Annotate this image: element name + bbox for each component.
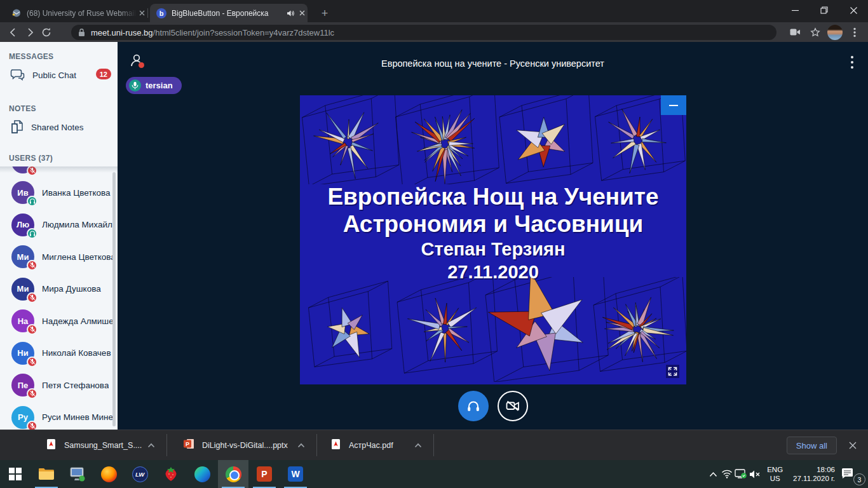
user-list-item[interactable]: РуРуси Минев Минев [0,402,113,430]
firefox-icon[interactable] [93,460,124,488]
show-all-downloads-button[interactable]: Show all [787,437,837,454]
tab-webmail[interactable]: (68) University of Ruse Webmail :: [5,4,147,22]
downloads-close-icon[interactable] [846,439,859,452]
word-icon[interactable]: W [280,460,311,488]
chrome-icon[interactable] [218,460,248,488]
messages-header: MESSAGES [9,52,53,61]
tab-bigbluebutton[interactable]: b BigBlueButton - Европейска [150,4,308,22]
options-menu-icon[interactable] [848,56,857,69]
window-restore-button[interactable] [810,0,839,20]
clock[interactable]: 18:0627.11.2020 г. [788,465,840,483]
powerpoint-icon[interactable]: P [249,460,280,488]
user-list-scrollbar[interactable] [112,172,116,426]
svg-text:P: P [186,441,189,447]
public-chat-label: Public Chat [32,71,76,80]
join-audio-button[interactable] [458,391,489,421]
url-domain: meet.uni-ruse.bg [91,28,153,37]
download-menu-chevron[interactable] [295,439,308,452]
browser-menu-icon[interactable] [846,24,863,41]
listen-only-badge [27,228,37,239]
hidden-icons-chevron[interactable] [706,460,720,488]
download-item[interactable]: PDiLight-vs-DiGital....pptx [183,430,291,460]
slide-line: 27.11.2020 [300,261,686,283]
user-avatar: Ни [11,342,34,365]
tab-close-icon[interactable] [299,10,305,16]
user-name: Надежда Алмише... [42,316,113,326]
download-separator [166,434,167,456]
tab-separator [147,8,148,18]
talker-name: tersian [146,81,173,90]
download-menu-chevron[interactable] [412,439,424,452]
download-item[interactable]: АстрЧас.pdf [330,430,398,460]
new-tab-button[interactable]: + [316,5,333,22]
wifi-icon[interactable] [720,460,734,488]
bbb-stage: Европейска нощ на учените - Русенски уни… [118,42,868,430]
user-list-item[interactable]: МиМиглена Цветкова [0,241,113,273]
strawberry-app-icon[interactable] [156,460,186,488]
user-list-item[interactable]: ЛюЛюдмила Михайл... [0,209,113,241]
user-name: Людмила Михайл... [42,220,113,229]
download-separator [316,434,317,456]
url-path: /html5client/join?sessionToken=y4varz7ds… [153,28,335,37]
tab-title: (68) University of Ruse Webmail :: [27,9,137,18]
download-item[interactable]: Samsung_Smart_S....pdf [46,430,142,460]
volume-muted-icon[interactable] [748,460,762,488]
tab-title: BigBlueButton - Европейска [172,9,284,18]
remote-desktop-icon[interactable] [62,460,93,488]
user-avatar: Ми [11,245,34,268]
forward-icon[interactable] [22,24,38,41]
window-close-button[interactable] [839,0,868,20]
screen-security-icon[interactable] [734,460,748,488]
camera-in-use-icon[interactable] [787,24,803,41]
muted-mic-badge [27,292,37,303]
talker-indicator[interactable]: tersian [126,77,182,94]
user-list-item[interactable]: ИвИванка Цветкова [0,177,113,208]
user-avatar: Ми [11,278,34,301]
download-menu-chevron[interactable] [145,439,158,452]
user-list: ИвИванка ЦветковаЛюЛюдмила Михайл...МиМи… [0,166,118,430]
start-button[interactable] [0,460,31,488]
shared-notes-icon [10,119,25,135]
pdf-file-icon [330,438,341,452]
window-minimize-button[interactable] [780,0,810,20]
tab-close-icon[interactable] [139,10,145,16]
fullscreen-icon[interactable] [666,365,679,378]
url-bar[interactable]: meet.uni-ruse.bg/html5client/join?sessio… [71,25,776,40]
back-icon[interactable] [5,24,22,41]
public-chat-item[interactable]: Public Chat 12 [0,65,118,85]
user-avatar: На [11,309,34,332]
shared-notes-item[interactable]: Shared Notes [0,117,118,137]
meeting-title: Европейска нощ на учените - Русенски уни… [118,58,868,69]
edge-icon[interactable] [187,460,217,488]
muted-mic-badge [27,421,37,430]
slide-line: Степан Терзиян [300,238,686,261]
notification-center-icon[interactable]: 3 [840,460,868,488]
file-explorer-icon[interactable] [31,460,62,488]
share-webcam-button[interactable] [498,391,528,421]
reload-icon[interactable] [38,24,55,41]
download-filename: DiLight-vs-DiGital....pptx [202,441,291,450]
user-name: Николай Ковачев [42,348,111,358]
browser-profile-avatar[interactable] [827,25,843,40]
bookmark-star-icon[interactable] [807,24,824,41]
user-list-item[interactable]: НиНиколай Ковачев [0,337,113,369]
user-list-item[interactable]: НаНадежда Алмише... [0,305,113,337]
user-list-item[interactable]: ПеПетя Стефанова [0,369,113,401]
slide-stars-top [300,95,686,187]
users-header: USERS (37) [9,154,53,163]
user-list-item[interactable]: МиМира Душкова [0,273,113,305]
browser-titlebar: (68) University of Ruse Webmail :: b Big… [0,0,868,22]
slide-stars-bottom [300,277,686,384]
lw-app-icon[interactable]: LW [125,460,155,488]
user-avatar: Лю [11,214,34,236]
tab-audio-icon[interactable] [287,10,294,17]
slide-line: Астрономия и Часовници [300,210,686,238]
user-name: Руси Минев Минев [42,412,113,422]
screen: (68) University of Ruse Webmail :: b Big… [0,0,868,488]
bbb-sidebar: MESSAGES Public Chat 12 NOTES Shared Not… [0,42,118,430]
language-indicator[interactable]: ENGUS [762,465,788,483]
muted-mic-badge [27,260,37,271]
minimize-presentation-button[interactable] [661,95,686,115]
bbb-favicon: b [156,8,166,18]
download-filename: АстрЧас.pdf [349,441,398,450]
